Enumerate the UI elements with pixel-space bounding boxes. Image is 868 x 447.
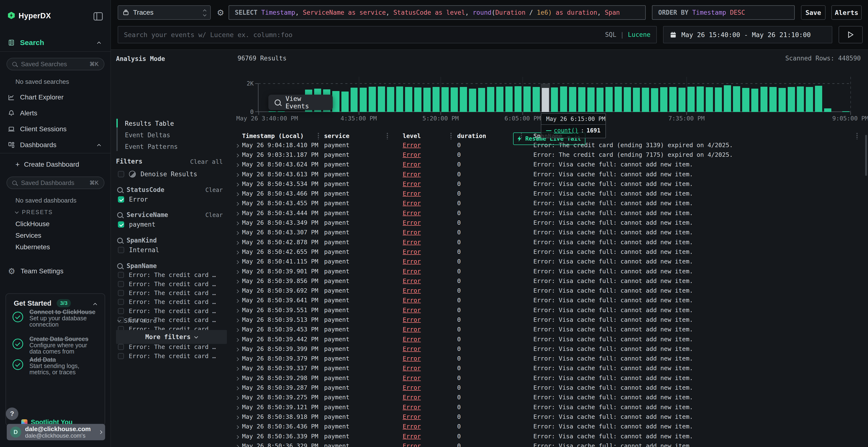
histogram-bar[interactable]: [487, 87, 494, 112]
histogram-bar[interactable]: [542, 88, 549, 112]
expand-row-chevron-icon[interactable]: [235, 251, 239, 254]
view-events-button[interactable]: View Events: [268, 95, 333, 110]
preset-services[interactable]: Services: [16, 232, 41, 239]
mode-results-table[interactable]: Results Table: [125, 119, 217, 128]
checkbox-icon[interactable]: [118, 247, 124, 253]
expand-row-chevron-icon[interactable]: [235, 377, 239, 381]
filter-option-internal[interactable]: Internal: [118, 246, 159, 253]
user-menu[interactable]: D dale@clickhouse.com dale@clickhouse.co…: [7, 424, 105, 440]
expand-row-chevron-icon[interactable]: [235, 173, 239, 177]
table-row[interactable]: May 26 8:50:43.444 PMpaymentError0Error:…: [234, 208, 868, 218]
histogram-bar[interactable]: [269, 111, 276, 112]
run-query-button[interactable]: [839, 26, 863, 43]
presets-toggle[interactable]: PRESETS: [16, 209, 53, 215]
histogram-bar[interactable]: [515, 86, 522, 112]
histogram-bar[interactable]: [724, 85, 731, 112]
histogram-bar[interactable]: [441, 87, 449, 112]
sidebar-item-alerts[interactable]: Alerts: [0, 106, 111, 120]
denoise-results-option[interactable]: Denoise Results: [118, 171, 197, 178]
histogram-bar[interactable]: [341, 92, 349, 112]
histogram-bar[interactable]: [387, 87, 394, 112]
histogram-bar[interactable]: [651, 88, 658, 112]
expand-row-chevron-icon[interactable]: [235, 183, 239, 187]
checkbox-checked-icon[interactable]: [118, 221, 124, 228]
denoise-checkbox[interactable]: [118, 171, 124, 177]
histogram-bar[interactable]: [797, 87, 804, 112]
get-started-item[interactable]: Connect to ClickHouse Set up your databa…: [29, 309, 100, 328]
col-level[interactable]: level: [403, 133, 457, 139]
save-button[interactable]: Save: [801, 5, 826, 20]
filter-option-spanname[interactable]: Error: The credit card …: [118, 279, 216, 288]
table-row[interactable]: May 26 8:50:39.551 PMpaymentError0Error:…: [234, 305, 868, 315]
histogram-bar[interactable]: [533, 87, 540, 112]
column-resize-handle-icon[interactable]: [857, 133, 858, 139]
alerts-button[interactable]: Alerts: [831, 5, 862, 20]
query-language-toggle[interactable]: SQL | Lucene: [605, 31, 651, 38]
table-row[interactable]: May 26 8:50:42.878 PMpaymentError0Error:…: [234, 237, 868, 247]
table-row[interactable]: May 26 8:50:43.624 PMpaymentError0Error:…: [234, 160, 868, 169]
histogram-bar[interactable]: [806, 87, 813, 112]
checkbox-icon[interactable]: [118, 299, 124, 305]
column-resize-handle-icon[interactable]: [451, 133, 452, 139]
table-row[interactable]: May 26 8:50:39.901 PMpaymentError0Error:…: [234, 266, 868, 276]
expand-row-chevron-icon[interactable]: [235, 367, 239, 371]
filter-option-spanname[interactable]: Error: The credit card …: [118, 307, 216, 315]
help-button[interactable]: ?: [6, 408, 18, 420]
table-row[interactable]: May 26 8:50:43.307 PMpaymentError0Error:…: [234, 228, 868, 237]
expand-row-chevron-icon[interactable]: [235, 212, 239, 215]
filter-option-spanname[interactable]: Error: The credit card …: [118, 352, 216, 360]
expand-row-chevron-icon[interactable]: [235, 241, 239, 245]
source-select[interactable]: Traces: [118, 5, 211, 20]
table-row[interactable]: May 26 8:50:39.298 PMpaymentError0Error:…: [234, 373, 868, 383]
source-settings-gear-icon[interactable]: ⚙: [217, 7, 223, 18]
clear-all-button[interactable]: Clear all: [190, 158, 223, 165]
saved-searches-input[interactable]: Saved Searches ⌘K: [6, 58, 104, 70]
filter-option-spanname[interactable]: Error: The credit card …: [118, 271, 216, 279]
table-row[interactable]: May 26 8:50:38.918 PMpaymentError0Error:…: [234, 412, 868, 421]
table-row[interactable]: May 26 8:50:39.513 PMpaymentError0Error:…: [234, 315, 868, 324]
histogram-bar[interactable]: [451, 88, 458, 112]
histogram-bar[interactable]: [433, 87, 440, 112]
histogram-bar[interactable]: [350, 88, 358, 112]
sql-select-editor[interactable]: SELECT Timestamp, ServiceName as service…: [228, 5, 646, 20]
table-row[interactable]: May 26 8:50:43.613 PMpaymentError0Error:…: [234, 169, 868, 179]
histogram-bar[interactable]: [642, 88, 649, 112]
lang-sql-option[interactable]: SQL: [605, 31, 616, 38]
histogram-bar[interactable]: [624, 87, 631, 112]
expand-row-chevron-icon[interactable]: [235, 231, 239, 235]
mode-event-patterns[interactable]: Event Patterns: [125, 142, 217, 151]
expand-row-chevron-icon[interactable]: [235, 289, 239, 294]
histogram-bar[interactable]: [779, 88, 786, 112]
expand-row-chevron-icon[interactable]: [235, 144, 239, 148]
expand-row-chevron-icon[interactable]: [235, 299, 239, 303]
table-row[interactable]: May 26 8:50:41.115 PMpaymentError0Error:…: [234, 257, 868, 266]
histogram-bar[interactable]: [369, 87, 376, 112]
expand-row-chevron-icon[interactable]: [235, 163, 239, 167]
filter-option-error[interactable]: Error: [118, 196, 148, 203]
checkbox-checked-icon[interactable]: [118, 196, 124, 203]
table-row[interactable]: May 26 8:50:39.337 PMpaymentError0Error:…: [234, 364, 868, 373]
table-row[interactable]: May 26 8:50:39.399 PMpaymentError0Error:…: [234, 344, 868, 353]
histogram-bar[interactable]: [615, 87, 622, 112]
histogram-bar[interactable]: [569, 87, 576, 112]
expand-row-chevron-icon[interactable]: [235, 338, 239, 342]
preset-kubernetes[interactable]: Kubernetes: [16, 243, 50, 251]
histogram-bar[interactable]: [469, 89, 476, 112]
histogram-plot[interactable]: [258, 83, 860, 112]
checkbox-icon[interactable]: [118, 353, 124, 359]
filter-option-spanname[interactable]: Error: The credit card …: [118, 288, 216, 298]
clear-servicename-button[interactable]: Clear: [206, 212, 223, 218]
checkbox-icon[interactable]: [118, 308, 124, 314]
histogram-bar[interactable]: [606, 87, 613, 112]
create-dashboard-button[interactable]: + Create Dashboard: [0, 158, 111, 171]
histogram-bar[interactable]: [824, 108, 831, 112]
sidebar-item-client-sessions[interactable]: Client Sessions: [0, 122, 111, 136]
sidebar-item-search[interactable]: Search: [0, 36, 111, 49]
table-row[interactable]: May 26 8:50:39.453 PMpaymentError0Error:…: [234, 325, 868, 334]
table-row[interactable]: May 26 8:50:42.655 PMpaymentError0Error:…: [234, 247, 868, 256]
expand-row-chevron-icon[interactable]: [235, 396, 239, 400]
saved-dashboards-input[interactable]: Saved Dashboards ⌘K: [6, 176, 104, 189]
checkbox-icon[interactable]: [118, 272, 124, 278]
date-range-picker[interactable]: May 26 15:40:00 - May 26 21:10:00: [663, 26, 832, 43]
column-resize-handle-icon[interactable]: [387, 133, 388, 139]
